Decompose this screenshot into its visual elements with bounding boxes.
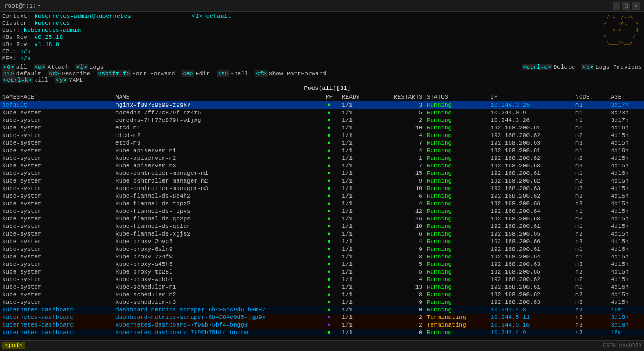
cell-node: m1 [573, 245, 608, 253]
table-row[interactable]: kube-system kube-apiserver-m2 ● 1/1 1 Ru… [0, 154, 644, 162]
cell-node: m1 [573, 223, 608, 230]
table-row[interactable]: kube-system coredns-7ff77c879f-nz4t5 ● 1… [0, 109, 644, 116]
cell-age: 4d16h [609, 147, 644, 154]
minimize-button[interactable]: ─ [613, 2, 620, 10]
maximize-button[interactable]: □ [622, 2, 630, 10]
close-button[interactable]: × [632, 2, 640, 10]
cell-status: Running [425, 215, 489, 223]
table-row[interactable]: kube-system kube-flannel-ds-fdpz2 ● 1/1 … [0, 200, 644, 207]
cell-status: Running [425, 261, 489, 268]
cell-ready: 1/1 [340, 329, 375, 336]
cell-pf: ● [318, 314, 340, 321]
table-row[interactable]: kube-system kube-apiserver-m3 ● 1/1 7 Ru… [0, 162, 644, 170]
table-row[interactable]: kube-system kube-flannel-ds-qpldr ● 1/1 … [0, 223, 644, 230]
title-bar: root@m:1:~ ─ □ × [0, 0, 644, 12]
cell-pf: ● [318, 177, 340, 185]
cell-node: m2 [573, 276, 608, 283]
table-row[interactable]: kubernetes-dashboard dashboard-metrics-s… [0, 306, 644, 314]
table-row[interactable]: kube-system kube-apiserver-m1 ● 1/1 4 Ru… [0, 147, 644, 154]
cell-pf: ● [318, 132, 340, 139]
cell-status: Running [425, 124, 489, 132]
table-row[interactable]: kube-system kube-proxy-s45h5 ● 1/1 5 Run… [0, 261, 644, 268]
table-row[interactable]: kube-system kube-scheduler-m1 ● 1/1 13 R… [0, 283, 644, 291]
logo-area: /`-__/--\ / k9s \ | < > | \ / \___/\__/ [601, 15, 639, 47]
table-row[interactable]: kubernetes-dashboard dashboard-metrics-s… [0, 314, 644, 321]
cell-ready: 1/1 [340, 116, 375, 124]
cell-pf: ● [318, 139, 340, 147]
table-row[interactable]: kube-system kube-proxy-6sln9 ● 1/1 9 Run… [0, 245, 644, 253]
cell-status: Running [425, 162, 489, 170]
cell-age: 4d15h [609, 268, 644, 276]
cell-restarts: 10 [375, 185, 424, 192]
cell-restarts: 2 [375, 116, 424, 124]
cell-node: n2 [573, 230, 608, 238]
shortcut-d: <d> Describe [48, 70, 90, 77]
cell-ip: 192.168.200.62 [489, 154, 574, 162]
cell-status: Running [425, 185, 489, 192]
cell-name: kube-scheduler-m2 [113, 291, 318, 298]
cell-age: 3d23h [609, 109, 644, 116]
cell-ip: 192.168.200.61 [489, 170, 574, 177]
cell-ip: 192.168.200.61 [489, 223, 574, 230]
table-row[interactable]: kube-system kube-flannel-ds-8b4h2 ● 1/1 … [0, 192, 644, 200]
header-name: NAME [113, 93, 318, 101]
cell-pf: ● [318, 170, 340, 177]
table-row[interactable]: kubernetes-dashboard kubernetes-dashboar… [0, 321, 644, 329]
table-row[interactable]: default nginx-f89759699-z9sx7 ● 1/1 3 Ru… [0, 101, 644, 109]
cell-namespace: kubernetes-dashboard [0, 314, 113, 321]
table-row[interactable]: kube-system kube-proxy-wcbbd ● 1/1 4 Run… [0, 276, 644, 283]
cell-restarts: 8 [375, 253, 424, 261]
cell-ready: 1/1 [340, 185, 375, 192]
table-row[interactable]: kube-system kube-flannel-ds-xgjs2 ● 1/1 … [0, 230, 644, 238]
cell-age: 3d17h [609, 116, 644, 124]
cell-age: 4d15h [609, 238, 644, 245]
cell-age: 4d15h [609, 132, 644, 139]
cell-status: Running [425, 139, 489, 147]
cell-status: Running [425, 253, 489, 261]
cell-restarts: 6 [375, 192, 424, 200]
cell-name: kube-proxy-6sln9 [113, 245, 318, 253]
pods-table: NAMESPACE↑ NAME PF READY RESTARTS STATUS… [0, 93, 644, 340]
table-row[interactable]: kube-system coredns-7ff77c879f-wljxg ● 1… [0, 116, 644, 124]
cell-age: 4d15h [609, 276, 644, 283]
table-row[interactable]: kube-system etcd-m3 ● 1/1 7 Running 192.… [0, 139, 644, 147]
table-row[interactable]: kube-system kube-controller-manager-m2 ●… [0, 177, 644, 185]
cell-restarts: 46 [375, 215, 424, 223]
table-row[interactable]: kube-system kube-proxy-2mvg5 ● 1/1 4 Run… [0, 238, 644, 245]
cell-ip: 192.168.200.61 [489, 147, 574, 154]
shortcut-e: <e> Edit [181, 70, 210, 77]
table-row[interactable]: kubernetes-dashboard kubernetes-dashboar… [0, 329, 644, 336]
cell-restarts: 6 [375, 230, 424, 238]
table-row[interactable]: kube-system etcd-m1 ● 1/1 10 Running 192… [0, 124, 644, 132]
table-row[interactable]: kube-system kube-scheduler-m2 ● 1/1 8 Ru… [0, 291, 644, 298]
cell-restarts: 7 [375, 162, 424, 170]
cell-node: m2 [573, 192, 608, 200]
table-row[interactable]: kube-system kube-scheduler-m3 ● 1/1 9 Ru… [0, 298, 644, 306]
cell-restarts: 5 [375, 261, 424, 268]
cell-name: kube-scheduler-m1 [113, 283, 318, 291]
cell-node: m3 [573, 162, 608, 170]
cell-restarts: 0 [375, 306, 424, 314]
cell-namespace: kube-system [0, 162, 113, 170]
cell-status: Running [425, 306, 489, 314]
table-row[interactable]: kube-system kube-flannel-ds-flpvs ● 1/1 … [0, 207, 644, 215]
cell-ip: 192.168.200.62 [489, 276, 574, 283]
cluster-line: Cluster: kubernetes [2, 20, 192, 27]
table-row[interactable]: kube-system kube-proxy-724fw ● 1/1 8 Run… [0, 253, 644, 261]
cell-pf: ● [318, 276, 340, 283]
cell-node: n1 [573, 116, 608, 124]
table-row[interactable]: kube-system kube-flannel-ds-qc2ps ● 1/1 … [0, 215, 644, 223]
table-row[interactable]: kube-system kube-controller-manager-m3 ●… [0, 185, 644, 192]
table-row[interactable]: kube-system kube-controller-manager-m1 ●… [0, 170, 644, 177]
cell-node: n3 [573, 238, 608, 245]
cell-name: kubernetes-dashboard-7f99b75bf4-bngg8 [113, 321, 318, 329]
cell-status: Running [425, 291, 489, 298]
table-row[interactable]: kube-system kube-proxy-tp28l ● 1/1 5 Run… [0, 268, 644, 276]
header-pf: PF [318, 93, 340, 101]
table-row[interactable]: kube-system etcd-m2 ● 1/1 4 Running 192.… [0, 132, 644, 139]
shortcut-ctrlk: <ctrl-k> kill [2, 77, 48, 83]
cell-restarts: 13 [375, 283, 424, 291]
cell-status: Running [425, 170, 489, 177]
header-node: NODE [573, 93, 608, 101]
cell-namespace: kube-system [0, 283, 113, 291]
